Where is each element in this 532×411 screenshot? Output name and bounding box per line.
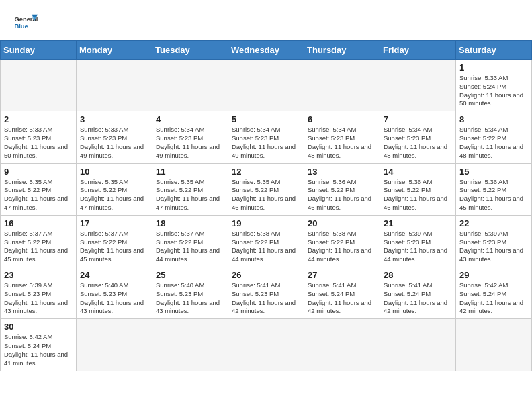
day-cell: 12Sunrise: 5:35 AMSunset: 5:22 PMDayligh… (228, 163, 304, 215)
day-number: 27 (308, 270, 376, 280)
header-day-thursday: Thursday (304, 41, 380, 60)
day-cell (152, 319, 228, 371)
day-number: 15 (459, 167, 528, 177)
day-info: Sunrise: 5:33 AMSunset: 5:24 PMDaylight:… (459, 74, 528, 108)
day-info: Sunrise: 5:39 AMSunset: 5:23 PMDaylight:… (459, 230, 528, 264)
day-cell: 11Sunrise: 5:35 AMSunset: 5:22 PMDayligh… (152, 163, 228, 215)
day-cell: 2Sunrise: 5:33 AMSunset: 5:23 PMDaylight… (1, 111, 77, 163)
day-info: Sunrise: 5:34 AMSunset: 5:23 PMDaylight:… (308, 126, 376, 160)
day-info: Sunrise: 5:41 AMSunset: 5:23 PMDaylight:… (232, 281, 300, 316)
day-info: Sunrise: 5:39 AMSunset: 5:23 PMDaylight:… (384, 230, 452, 264)
day-cell (77, 319, 152, 371)
day-info: Sunrise: 5:40 AMSunset: 5:23 PMDaylight:… (80, 281, 148, 316)
day-info: Sunrise: 5:33 AMSunset: 5:23 PMDaylight:… (4, 126, 73, 160)
day-number: 25 (156, 270, 224, 280)
header-day-wednesday: Wednesday (228, 41, 304, 60)
header-row: SundayMondayTuesdayWednesdayThursdayFrid… (1, 41, 532, 60)
day-cell: 14Sunrise: 5:36 AMSunset: 5:22 PMDayligh… (380, 163, 456, 215)
day-info: Sunrise: 5:34 AMSunset: 5:23 PMDaylight:… (232, 126, 300, 160)
day-info: Sunrise: 5:36 AMSunset: 5:22 PMDaylight:… (308, 178, 376, 212)
header-day-monday: Monday (77, 41, 152, 60)
week-row-0: 1Sunrise: 5:33 AMSunset: 5:24 PMDaylight… (1, 60, 532, 111)
day-cell: 20Sunrise: 5:38 AMSunset: 5:22 PMDayligh… (304, 215, 380, 267)
week-row-2: 9Sunrise: 5:35 AMSunset: 5:22 PMDaylight… (1, 163, 532, 215)
day-cell (152, 60, 228, 111)
day-info: Sunrise: 5:37 AMSunset: 5:22 PMDaylight:… (4, 230, 73, 264)
day-number: 30 (4, 322, 73, 332)
day-info: Sunrise: 5:36 AMSunset: 5:22 PMDaylight:… (384, 178, 452, 212)
logo-icon: General Blue (13, 11, 38, 35)
day-number: 3 (80, 114, 148, 124)
day-info: Sunrise: 5:35 AMSunset: 5:22 PMDaylight:… (80, 178, 148, 212)
day-number: 9 (4, 167, 73, 177)
week-row-3: 16Sunrise: 5:37 AMSunset: 5:22 PMDayligh… (1, 215, 532, 267)
day-info: Sunrise: 5:35 AMSunset: 5:22 PMDaylight:… (156, 178, 224, 212)
day-info: Sunrise: 5:35 AMSunset: 5:22 PMDaylight:… (4, 178, 73, 212)
day-number: 1 (459, 62, 528, 73)
day-cell: 15Sunrise: 5:36 AMSunset: 5:22 PMDayligh… (456, 163, 532, 215)
day-cell: 29Sunrise: 5:42 AMSunset: 5:24 PMDayligh… (456, 267, 532, 319)
day-number: 21 (384, 218, 452, 228)
day-cell: 4Sunrise: 5:34 AMSunset: 5:23 PMDaylight… (152, 111, 228, 163)
day-cell: 7Sunrise: 5:34 AMSunset: 5:23 PMDaylight… (380, 111, 456, 163)
day-cell: 1Sunrise: 5:33 AMSunset: 5:24 PMDaylight… (456, 60, 532, 111)
day-number: 17 (80, 218, 148, 228)
day-number: 16 (4, 218, 73, 228)
day-cell (228, 319, 304, 371)
day-cell: 5Sunrise: 5:34 AMSunset: 5:23 PMDaylight… (228, 111, 304, 163)
day-number: 18 (156, 218, 224, 228)
day-number: 7 (384, 114, 452, 124)
calendar-wrapper: SundayMondayTuesdayWednesdayThursdayFrid… (0, 40, 532, 371)
day-cell: 10Sunrise: 5:35 AMSunset: 5:22 PMDayligh… (77, 163, 152, 215)
day-cell (456, 319, 532, 371)
day-number: 10 (80, 167, 148, 177)
day-number: 19 (232, 218, 300, 228)
calendar-table: SundayMondayTuesdayWednesdayThursdayFrid… (0, 40, 532, 371)
day-cell (380, 60, 456, 111)
day-cell: 13Sunrise: 5:36 AMSunset: 5:22 PMDayligh… (304, 163, 380, 215)
header-day-sunday: Sunday (1, 41, 77, 60)
day-cell: 17Sunrise: 5:37 AMSunset: 5:22 PMDayligh… (77, 215, 152, 267)
day-info: Sunrise: 5:36 AMSunset: 5:22 PMDaylight:… (459, 178, 528, 212)
day-info: Sunrise: 5:40 AMSunset: 5:23 PMDaylight:… (156, 281, 224, 316)
day-info: Sunrise: 5:42 AMSunset: 5:24 PMDaylight:… (459, 281, 528, 316)
day-number: 24 (80, 270, 148, 280)
day-cell: 25Sunrise: 5:40 AMSunset: 5:23 PMDayligh… (152, 267, 228, 319)
day-number: 20 (308, 218, 376, 228)
day-number: 5 (232, 114, 300, 124)
day-number: 22 (459, 218, 528, 228)
day-info: Sunrise: 5:33 AMSunset: 5:23 PMDaylight:… (80, 126, 148, 160)
day-cell: 9Sunrise: 5:35 AMSunset: 5:22 PMDaylight… (1, 163, 77, 215)
day-cell: 21Sunrise: 5:39 AMSunset: 5:23 PMDayligh… (380, 215, 456, 267)
day-cell (228, 60, 304, 111)
day-number: 13 (308, 167, 376, 177)
calendar-header: SundayMondayTuesdayWednesdayThursdayFrid… (1, 41, 532, 60)
header-day-friday: Friday (380, 41, 456, 60)
day-cell: 23Sunrise: 5:39 AMSunset: 5:23 PMDayligh… (1, 267, 77, 319)
day-number: 6 (308, 114, 376, 124)
header: General Blue (0, 0, 532, 40)
day-info: Sunrise: 5:38 AMSunset: 5:22 PMDaylight:… (308, 230, 376, 264)
day-cell: 3Sunrise: 5:33 AMSunset: 5:23 PMDaylight… (77, 111, 152, 163)
logo: General Blue (13, 11, 38, 35)
day-info: Sunrise: 5:41 AMSunset: 5:24 PMDaylight:… (308, 281, 376, 316)
svg-text:Blue: Blue (14, 23, 28, 30)
header-day-saturday: Saturday (456, 41, 532, 60)
day-number: 14 (384, 167, 452, 177)
day-number: 26 (232, 270, 300, 280)
day-cell (380, 319, 456, 371)
day-number: 23 (4, 270, 73, 280)
day-number: 28 (384, 270, 452, 280)
day-cell: 16Sunrise: 5:37 AMSunset: 5:22 PMDayligh… (1, 215, 77, 267)
day-number: 4 (156, 114, 224, 124)
day-info: Sunrise: 5:42 AMSunset: 5:24 PMDaylight:… (4, 333, 73, 367)
header-day-tuesday: Tuesday (152, 41, 228, 60)
day-cell: 8Sunrise: 5:34 AMSunset: 5:22 PMDaylight… (456, 111, 532, 163)
day-number: 29 (459, 270, 528, 280)
day-cell: 22Sunrise: 5:39 AMSunset: 5:23 PMDayligh… (456, 215, 532, 267)
day-number: 11 (156, 167, 224, 177)
day-info: Sunrise: 5:41 AMSunset: 5:24 PMDaylight:… (384, 281, 452, 316)
day-info: Sunrise: 5:38 AMSunset: 5:22 PMDaylight:… (232, 230, 300, 264)
day-info: Sunrise: 5:39 AMSunset: 5:23 PMDaylight:… (4, 281, 73, 316)
week-row-5: 30Sunrise: 5:42 AMSunset: 5:24 PMDayligh… (1, 319, 532, 371)
